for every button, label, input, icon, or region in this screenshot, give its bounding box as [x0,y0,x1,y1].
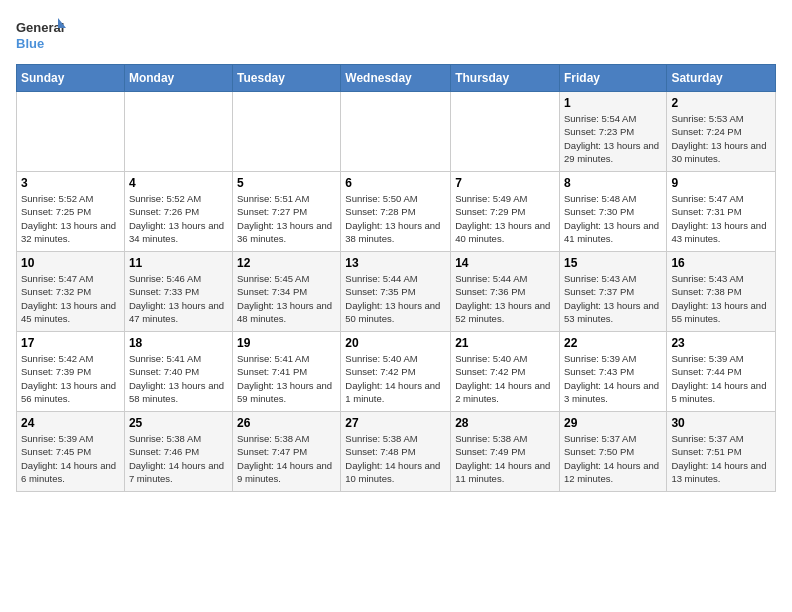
day-number: 23 [671,336,771,350]
svg-text:Blue: Blue [16,36,44,51]
day-info: Sunrise: 5:53 AM Sunset: 7:24 PM Dayligh… [671,112,771,165]
day-number: 8 [564,176,662,190]
logo-svg: General Blue [16,16,66,56]
weekday-header-thursday: Thursday [451,65,560,92]
calendar-cell: 5Sunrise: 5:51 AM Sunset: 7:27 PM Daylig… [233,172,341,252]
day-number: 4 [129,176,228,190]
day-number: 18 [129,336,228,350]
calendar-cell: 14Sunrise: 5:44 AM Sunset: 7:36 PM Dayli… [451,252,560,332]
day-number: 14 [455,256,555,270]
day-number: 27 [345,416,446,430]
calendar-cell: 16Sunrise: 5:43 AM Sunset: 7:38 PM Dayli… [667,252,776,332]
day-info: Sunrise: 5:43 AM Sunset: 7:37 PM Dayligh… [564,272,662,325]
calendar-cell: 1Sunrise: 5:54 AM Sunset: 7:23 PM Daylig… [559,92,666,172]
weekday-header-friday: Friday [559,65,666,92]
weekday-header-sunday: Sunday [17,65,125,92]
day-info: Sunrise: 5:40 AM Sunset: 7:42 PM Dayligh… [455,352,555,405]
calendar-cell: 12Sunrise: 5:45 AM Sunset: 7:34 PM Dayli… [233,252,341,332]
day-number: 19 [237,336,336,350]
calendar-cell: 18Sunrise: 5:41 AM Sunset: 7:40 PM Dayli… [124,332,232,412]
calendar-cell: 29Sunrise: 5:37 AM Sunset: 7:50 PM Dayli… [559,412,666,492]
day-info: Sunrise: 5:49 AM Sunset: 7:29 PM Dayligh… [455,192,555,245]
calendar-cell: 6Sunrise: 5:50 AM Sunset: 7:28 PM Daylig… [341,172,451,252]
calendar-cell: 4Sunrise: 5:52 AM Sunset: 7:26 PM Daylig… [124,172,232,252]
day-number: 21 [455,336,555,350]
day-info: Sunrise: 5:48 AM Sunset: 7:30 PM Dayligh… [564,192,662,245]
day-number: 6 [345,176,446,190]
calendar-cell [17,92,125,172]
day-info: Sunrise: 5:39 AM Sunset: 7:45 PM Dayligh… [21,432,120,485]
calendar-cell [451,92,560,172]
day-info: Sunrise: 5:44 AM Sunset: 7:35 PM Dayligh… [345,272,446,325]
day-info: Sunrise: 5:45 AM Sunset: 7:34 PM Dayligh… [237,272,336,325]
calendar-cell: 8Sunrise: 5:48 AM Sunset: 7:30 PM Daylig… [559,172,666,252]
day-info: Sunrise: 5:40 AM Sunset: 7:42 PM Dayligh… [345,352,446,405]
day-info: Sunrise: 5:47 AM Sunset: 7:32 PM Dayligh… [21,272,120,325]
day-number: 15 [564,256,662,270]
day-info: Sunrise: 5:41 AM Sunset: 7:40 PM Dayligh… [129,352,228,405]
day-number: 22 [564,336,662,350]
calendar-cell [124,92,232,172]
weekday-header-tuesday: Tuesday [233,65,341,92]
calendar-cell: 2Sunrise: 5:53 AM Sunset: 7:24 PM Daylig… [667,92,776,172]
calendar-cell: 30Sunrise: 5:37 AM Sunset: 7:51 PM Dayli… [667,412,776,492]
calendar-cell: 15Sunrise: 5:43 AM Sunset: 7:37 PM Dayli… [559,252,666,332]
calendar-week-row: 10Sunrise: 5:47 AM Sunset: 7:32 PM Dayli… [17,252,776,332]
calendar-cell: 11Sunrise: 5:46 AM Sunset: 7:33 PM Dayli… [124,252,232,332]
day-number: 2 [671,96,771,110]
day-info: Sunrise: 5:44 AM Sunset: 7:36 PM Dayligh… [455,272,555,325]
day-info: Sunrise: 5:37 AM Sunset: 7:51 PM Dayligh… [671,432,771,485]
day-info: Sunrise: 5:38 AM Sunset: 7:46 PM Dayligh… [129,432,228,485]
day-number: 11 [129,256,228,270]
day-number: 10 [21,256,120,270]
day-number: 29 [564,416,662,430]
day-info: Sunrise: 5:39 AM Sunset: 7:44 PM Dayligh… [671,352,771,405]
day-number: 13 [345,256,446,270]
calendar-cell: 19Sunrise: 5:41 AM Sunset: 7:41 PM Dayli… [233,332,341,412]
day-info: Sunrise: 5:38 AM Sunset: 7:47 PM Dayligh… [237,432,336,485]
day-number: 12 [237,256,336,270]
calendar-cell [233,92,341,172]
day-info: Sunrise: 5:50 AM Sunset: 7:28 PM Dayligh… [345,192,446,245]
day-number: 5 [237,176,336,190]
day-number: 24 [21,416,120,430]
calendar-cell: 25Sunrise: 5:38 AM Sunset: 7:46 PM Dayli… [124,412,232,492]
calendar-cell: 28Sunrise: 5:38 AM Sunset: 7:49 PM Dayli… [451,412,560,492]
weekday-header-monday: Monday [124,65,232,92]
day-number: 25 [129,416,228,430]
calendar-cell: 9Sunrise: 5:47 AM Sunset: 7:31 PM Daylig… [667,172,776,252]
day-info: Sunrise: 5:52 AM Sunset: 7:25 PM Dayligh… [21,192,120,245]
calendar-table: SundayMondayTuesdayWednesdayThursdayFrid… [16,64,776,492]
calendar-cell: 10Sunrise: 5:47 AM Sunset: 7:32 PM Dayli… [17,252,125,332]
day-number: 28 [455,416,555,430]
day-number: 7 [455,176,555,190]
weekday-header-row: SundayMondayTuesdayWednesdayThursdayFrid… [17,65,776,92]
header: General Blue [16,16,776,56]
day-number: 16 [671,256,771,270]
day-number: 17 [21,336,120,350]
calendar-cell: 13Sunrise: 5:44 AM Sunset: 7:35 PM Dayli… [341,252,451,332]
day-info: Sunrise: 5:37 AM Sunset: 7:50 PM Dayligh… [564,432,662,485]
day-info: Sunrise: 5:46 AM Sunset: 7:33 PM Dayligh… [129,272,228,325]
day-info: Sunrise: 5:41 AM Sunset: 7:41 PM Dayligh… [237,352,336,405]
calendar-cell: 21Sunrise: 5:40 AM Sunset: 7:42 PM Dayli… [451,332,560,412]
calendar-cell: 7Sunrise: 5:49 AM Sunset: 7:29 PM Daylig… [451,172,560,252]
calendar-week-row: 24Sunrise: 5:39 AM Sunset: 7:45 PM Dayli… [17,412,776,492]
day-number: 3 [21,176,120,190]
day-number: 9 [671,176,771,190]
calendar-cell: 23Sunrise: 5:39 AM Sunset: 7:44 PM Dayli… [667,332,776,412]
calendar-cell: 20Sunrise: 5:40 AM Sunset: 7:42 PM Dayli… [341,332,451,412]
day-info: Sunrise: 5:54 AM Sunset: 7:23 PM Dayligh… [564,112,662,165]
calendar-cell: 27Sunrise: 5:38 AM Sunset: 7:48 PM Dayli… [341,412,451,492]
day-info: Sunrise: 5:38 AM Sunset: 7:49 PM Dayligh… [455,432,555,485]
calendar-cell [341,92,451,172]
day-number: 20 [345,336,446,350]
day-number: 26 [237,416,336,430]
day-number: 1 [564,96,662,110]
day-info: Sunrise: 5:42 AM Sunset: 7:39 PM Dayligh… [21,352,120,405]
svg-text:General: General [16,20,64,35]
weekday-header-saturday: Saturday [667,65,776,92]
day-info: Sunrise: 5:43 AM Sunset: 7:38 PM Dayligh… [671,272,771,325]
calendar-cell: 24Sunrise: 5:39 AM Sunset: 7:45 PM Dayli… [17,412,125,492]
calendar-cell: 17Sunrise: 5:42 AM Sunset: 7:39 PM Dayli… [17,332,125,412]
